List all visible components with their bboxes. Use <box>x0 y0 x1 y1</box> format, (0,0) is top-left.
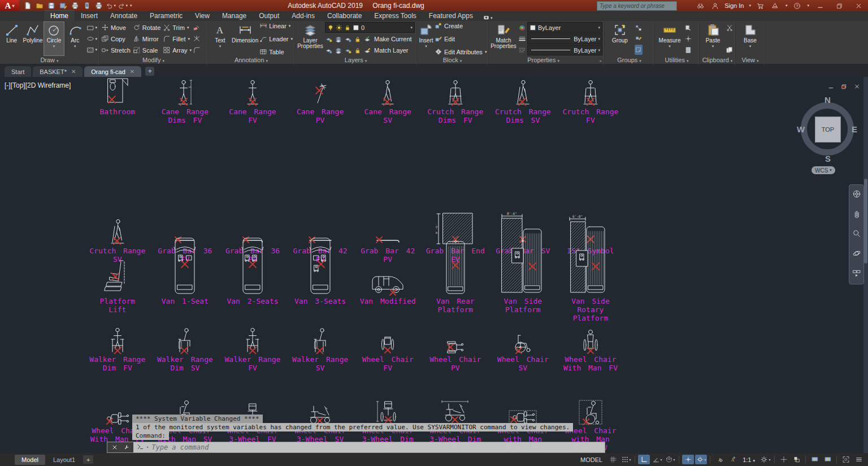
paste-button[interactable]: Paste▾ <box>701 22 724 55</box>
tab-close-icon[interactable]: ✕ <box>71 68 76 75</box>
ribbon-tab-parametric[interactable]: Parametric <box>144 11 189 21</box>
viewport-close-icon[interactable] <box>854 81 860 92</box>
plot-icon[interactable] <box>70 1 80 10</box>
cad-block[interactable]: Van 3-Seats <box>287 213 354 322</box>
panel-title-annotation[interactable]: Annotation ▾ <box>208 57 294 64</box>
insert-block-button[interactable]: Insert▾ <box>419 22 433 55</box>
base-view-button[interactable]: Base▾ <box>737 22 763 55</box>
panel-title-view[interactable]: View ▾ <box>736 57 765 64</box>
undo-icon[interactable]: ▾ <box>106 1 116 10</box>
application-menu-button[interactable]: A▾ <box>0 0 19 11</box>
autodesk-exchange-icon[interactable] <box>770 1 780 10</box>
app-store-cart-icon[interactable] <box>756 1 766 10</box>
match-layer-label[interactable]: Match Layer <box>374 47 409 54</box>
quick-calculator-button[interactable] <box>684 45 692 55</box>
layer-prev-button[interactable] <box>344 45 352 55</box>
annotation-autoscale-toggle[interactable]: A <box>726 455 738 464</box>
crosshair-tool[interactable] <box>778 455 789 464</box>
rectangle-button[interactable]: ▾ <box>86 23 98 33</box>
measure-button[interactable]: Measure▾ <box>656 22 683 55</box>
array-button[interactable]: Array▾ <box>163 45 192 55</box>
graphics-performance-toggle[interactable] <box>809 455 821 464</box>
workspace-switching-menu[interactable]: ▾ <box>760 455 771 464</box>
polar-tracking-toggle[interactable]: ▾ <box>651 455 663 464</box>
annotation-visibility-toggle[interactable]: A <box>713 455 725 464</box>
ribbon-tab-manage[interactable]: Manage <box>216 11 253 21</box>
cad-block[interactable]: Van 1-Seat <box>151 213 219 322</box>
clean-screen-toggle[interactable] <box>840 455 852 464</box>
layer-isolate-button[interactable] <box>325 34 333 44</box>
viewcube-north[interactable]: N <box>824 95 831 105</box>
table-button[interactable]: Table <box>259 48 293 55</box>
sign-in-dropdown-icon[interactable]: ▾ <box>749 3 751 8</box>
cad-block[interactable]: 8'-6"Van Rear Platform <box>422 213 489 322</box>
cut-button[interactable] <box>726 23 734 33</box>
viewport-restore-icon[interactable] <box>841 81 847 92</box>
layer-properties-button[interactable]: LayerProperties <box>297 22 324 55</box>
restore-button[interactable] <box>830 0 849 11</box>
cad-block[interactable]: Walker Range SV <box>287 327 354 372</box>
fillet-button[interactable]: Fillet▾ <box>163 33 192 44</box>
cad-block[interactable]: Cane Range SV <box>354 79 422 124</box>
ribbon-tab-insert[interactable]: Insert <box>75 11 104 21</box>
linetype-dropdown[interactable]: ByLayer▾ <box>527 45 602 55</box>
qat-customize-dropdown-icon[interactable]: ▾ <box>130 3 132 8</box>
viewcube-east[interactable]: E <box>852 124 857 134</box>
cad-block[interactable]: 8'-6"Van Side Platform <box>489 213 557 322</box>
zoom-icon[interactable] <box>852 229 861 240</box>
search-icon[interactable] <box>695 1 705 10</box>
viewcube[interactable]: N W E S TOP <box>796 97 859 161</box>
layout-tab-model[interactable]: Model <box>15 455 45 465</box>
group-edit-button[interactable] <box>635 34 643 44</box>
cad-block[interactable]: Walker Range FV <box>219 327 287 372</box>
print-icon[interactable] <box>94 1 104 10</box>
cad-block[interactable]: Crutch Range FV <box>557 79 624 124</box>
cad-block[interactable]: Wheel Chair FV <box>354 327 422 372</box>
save-icon[interactable] <box>46 1 57 10</box>
panel-title-clipboard[interactable]: Clipboard ▾ <box>700 57 735 64</box>
group-button[interactable]: Group <box>606 22 633 55</box>
linetype-list-icon[interactable] <box>518 45 526 55</box>
command-line-grip[interactable] <box>107 442 133 452</box>
dimension-button[interactable]: Dimension <box>232 22 258 55</box>
panel-title-properties[interactable]: Properties ▾⌄ <box>488 57 604 64</box>
leader-button[interactable]: Leader▾ <box>259 35 293 42</box>
layer-unlock-button[interactable] <box>354 45 362 55</box>
layer-walk-button[interactable] <box>325 45 333 55</box>
viewport-minimize-icon[interactable] <box>828 81 834 92</box>
snap-mode-toggle[interactable]: ▾ <box>620 455 632 464</box>
create-block-button[interactable]: Create <box>435 22 487 29</box>
viewcube-south[interactable]: S <box>825 154 831 163</box>
quick-select-button[interactable] <box>684 23 692 33</box>
document-tab-basket-[interactable]: BASKET*✕ <box>33 66 83 77</box>
circle-button[interactable]: Circle▾ <box>44 22 64 55</box>
cad-block[interactable]: 6'-0"Van Side Rotary Platform <box>557 213 624 322</box>
cad-block[interactable]: Van 2-Seats <box>219 213 287 322</box>
panel-title-modify[interactable]: Modify ▾ <box>99 57 207 64</box>
cad-block[interactable]: Cane Range PV <box>287 79 354 124</box>
cad-block[interactable]: Cane Range FV <box>219 79 287 124</box>
viewport-controls-label[interactable]: [-][Top][2D Wireframe] <box>5 81 71 89</box>
command-close-icon[interactable] <box>112 442 118 452</box>
drawing-canvas[interactable]: [-][Top][2D Wireframe] BathroomCane Rang… <box>0 77 868 453</box>
grid-display-toggle[interactable] <box>607 455 619 464</box>
cad-block[interactable]: Walker Range Dim FV <box>84 327 151 372</box>
ribbon-tab-featured-apps[interactable]: Featured Apps <box>423 11 479 21</box>
close-button[interactable] <box>849 0 868 11</box>
command-recent-dropdown-icon[interactable]: ▾ <box>146 445 149 450</box>
layer-freeze-button[interactable] <box>335 34 342 44</box>
viewcube-top-face[interactable]: TOP <box>815 116 841 143</box>
make-current-label[interactable]: Make Current <box>374 36 412 42</box>
ribbon-tab-collaborate[interactable]: Collaborate <box>321 11 368 21</box>
text-button[interactable]: AText▾ <box>210 22 231 55</box>
cad-block[interactable]: Wheel Chair SV <box>489 327 557 372</box>
cad-block[interactable]: Wheel Chair PV <box>422 327 489 372</box>
panel-title-draw[interactable]: Draw ▾ <box>0 57 99 64</box>
match-layer-button[interactable] <box>363 45 371 55</box>
mirror-button[interactable]: Mirror <box>133 33 160 44</box>
linear-dimension-button[interactable]: Linear▾ <box>259 22 293 29</box>
explode-button[interactable] <box>193 34 201 44</box>
redo-icon[interactable]: ▾ <box>118 1 128 10</box>
annotation-scale-badge[interactable]: 1:1 ▾ <box>739 455 758 464</box>
share-mobile-icon[interactable] <box>82 1 92 10</box>
